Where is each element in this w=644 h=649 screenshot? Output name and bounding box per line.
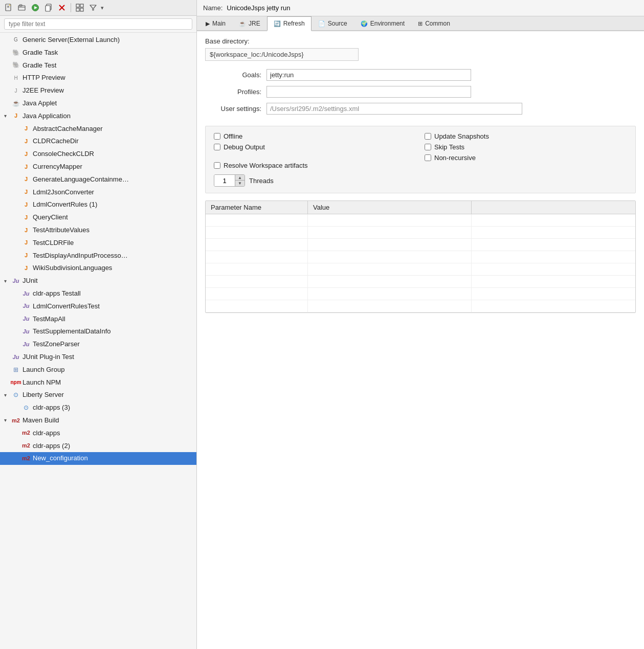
filter-dropdown[interactable]: ▾ xyxy=(101,5,104,11)
table-row xyxy=(206,239,635,251)
tree-item-cldr-cache-dir[interactable]: JCLDRCacheDir xyxy=(0,135,196,148)
tree-item-gradle-test[interactable]: 🐘Gradle Test xyxy=(0,59,196,72)
tree-item-cldr-apps-testall[interactable]: Jucldr-apps Testall xyxy=(0,287,196,300)
tree-item-new-config[interactable]: m2New_configuration xyxy=(0,452,196,465)
update-snapshots-checkbox[interactable] xyxy=(425,133,431,140)
run-button[interactable] xyxy=(30,2,41,13)
tree-icon-j2ee-preview: J xyxy=(11,87,20,95)
collapse-button[interactable] xyxy=(74,2,85,13)
tree-item-junit[interactable]: ▾JuJUnit xyxy=(0,275,196,287)
tree-label: WikiSubdivisionLanguages xyxy=(33,263,192,274)
tree-label: cldr-apps (2) xyxy=(33,441,192,452)
tree-label: ConsoleCheckCLDR xyxy=(33,149,192,160)
delete-button[interactable] xyxy=(56,2,68,13)
tree-icon-cldr-apps-testall: Ju xyxy=(21,289,31,298)
tree-label: LdmlConvertRules (1) xyxy=(33,199,192,210)
tree-icon-gradle-task: 🐘 xyxy=(11,49,20,57)
tree-label: AbstractCacheManager xyxy=(33,124,192,135)
table-header: Parameter Name Value xyxy=(206,201,635,214)
tree-item-launch-npm[interactable]: npmLaunch NPM xyxy=(0,376,196,389)
tree-item-maven-build[interactable]: ▾m2Maven Build xyxy=(0,414,196,427)
tree-item-test-zone[interactable]: JuTestZoneParser xyxy=(0,338,196,351)
spinner-down[interactable]: ▼ xyxy=(235,181,245,186)
tree-item-junit-plugin[interactable]: JuJUnit Plug-in Test xyxy=(0,351,196,364)
tab-icon-common: ⊞ xyxy=(418,20,423,27)
update-snapshots-label: Update Snapshots xyxy=(434,132,489,140)
table-row xyxy=(206,263,635,276)
threads-input[interactable] xyxy=(214,175,235,186)
tree-item-ldml-rules-test[interactable]: JuLdmlConvertRulesTest xyxy=(0,300,196,313)
tree-item-test-map-all[interactable]: JuTestMapAll xyxy=(0,313,196,326)
tree-label: Ldml2JsonConverter xyxy=(33,187,192,198)
tree-item-j2ee-preview[interactable]: JJ2EE Preview xyxy=(0,84,196,97)
user-settings-input[interactable] xyxy=(267,103,522,115)
name-bar: Name: UnicodeJsps jetty run xyxy=(197,0,644,16)
tree-item-gradle-task[interactable]: 🐘Gradle Task xyxy=(0,47,196,59)
resolve-workspace-checkbox[interactable] xyxy=(214,162,220,169)
tree-item-query-client[interactable]: JQueryClient xyxy=(0,211,196,224)
tree-label: cldr-apps Testall xyxy=(33,288,192,299)
goals-input[interactable] xyxy=(267,69,471,81)
tree-item-cldr-apps-m2[interactable]: m2cldr-apps xyxy=(0,427,196,440)
col-empty xyxy=(472,201,635,214)
tree-item-currency-mapper[interactable]: JCurrencyMapper xyxy=(0,161,196,173)
copy-button[interactable] xyxy=(43,2,54,13)
tree-item-generate-lang[interactable]: JGenerateLanguageContainme… xyxy=(0,173,196,186)
tree-label: TestDisplayAndInputProcesso… xyxy=(33,251,192,261)
tree-icon-abstract-cache: J xyxy=(21,125,31,133)
tree-item-ldml2json[interactable]: JLdml2JsonConverter xyxy=(0,186,196,199)
tree-item-abstract-cache[interactable]: JAbstractCacheManager xyxy=(0,123,196,136)
tree-icon-launch-npm: npm xyxy=(11,378,20,387)
filter-input-wrap xyxy=(0,16,196,33)
new-button[interactable] xyxy=(3,2,14,13)
tree-item-liberty-server[interactable]: ▾⊙Liberty Server xyxy=(0,389,196,401)
spinner-up[interactable]: ▲ xyxy=(235,175,245,181)
tab-icon-jre: ☕ xyxy=(239,20,246,27)
svg-marker-16 xyxy=(90,5,96,10)
goals-label: Goals: xyxy=(205,71,267,79)
non-recursive-checkbox-item: Non-recursive xyxy=(425,154,627,162)
open-button[interactable] xyxy=(16,2,28,13)
user-settings-label: User settings: xyxy=(205,105,267,113)
tab-source[interactable]: 📄Source xyxy=(312,16,354,30)
tree-item-test-cldr[interactable]: JTestCLDRFile xyxy=(0,237,196,250)
tree-label: Generic Server(External Launch) xyxy=(23,35,192,46)
tree-item-test-supplemental[interactable]: JuTestSupplementalDataInfo xyxy=(0,325,196,338)
debug-output-checkbox[interactable] xyxy=(214,144,220,150)
tree-item-wiki-subdiv[interactable]: JWikiSubdivisionLanguages xyxy=(0,262,196,275)
tree-item-java-applet[interactable]: ☕Java Applet xyxy=(0,97,196,110)
tree-item-cldr-apps-3[interactable]: ⊙cldr-apps (3) xyxy=(0,401,196,414)
right-panel: Name: UnicodeJsps jetty run ▶Main☕JRE🔄Re… xyxy=(197,0,644,649)
tab-refresh[interactable]: 🔄Refresh xyxy=(267,16,312,31)
tree-label: Gradle Task xyxy=(23,48,192,58)
tab-environment[interactable]: 🌍Environment xyxy=(354,16,411,30)
tab-label-jre: JRE xyxy=(249,20,260,27)
tree-item-console-check[interactable]: JConsoleCheckCLDR xyxy=(0,148,196,161)
tree-item-ldml-convert[interactable]: JLdmlConvertRules (1) xyxy=(0,198,196,211)
profiles-row: Profiles: xyxy=(205,86,636,98)
tree-item-test-attrib[interactable]: JTestAttributeValues xyxy=(0,224,196,237)
filter-button[interactable] xyxy=(87,2,99,13)
offline-checkbox[interactable] xyxy=(214,133,220,140)
tree-icon-cldr-apps-3: ⊙ xyxy=(21,404,31,412)
non-recursive-checkbox[interactable] xyxy=(425,154,431,161)
tree-item-cldr-apps-2[interactable]: m2cldr-apps (2) xyxy=(0,440,196,453)
tree-item-generic-server[interactable]: GGeneric Server(External Launch) xyxy=(0,34,196,47)
svg-rect-13 xyxy=(80,4,83,7)
tree-icon-currency-mapper: J xyxy=(21,163,31,171)
tab-jre[interactable]: ☕JRE xyxy=(232,16,267,30)
tree-item-launch-group[interactable]: ⊞Launch Group xyxy=(0,364,196,376)
tree-item-java-application[interactable]: ▾JJava Application xyxy=(0,110,196,123)
search-input[interactable] xyxy=(4,18,192,30)
tree-label: TestMapAll xyxy=(33,314,192,325)
tree-item-test-display[interactable]: JTestDisplayAndInputProcesso… xyxy=(0,250,196,262)
skip-tests-checkbox[interactable] xyxy=(425,144,431,150)
tab-main[interactable]: ▶Main xyxy=(199,16,232,30)
tree-icon-liberty-server: ⊙ xyxy=(11,391,20,399)
name-label: Name: xyxy=(203,4,223,12)
tree-icon-test-zone: Ju xyxy=(21,341,31,349)
tree-item-http-preview[interactable]: HHTTP Preview xyxy=(0,72,196,84)
tab-common[interactable]: ⊞Common xyxy=(411,16,457,30)
tree-icon-ldml-rules-test: Ju xyxy=(21,302,31,310)
profiles-input[interactable] xyxy=(267,86,471,98)
